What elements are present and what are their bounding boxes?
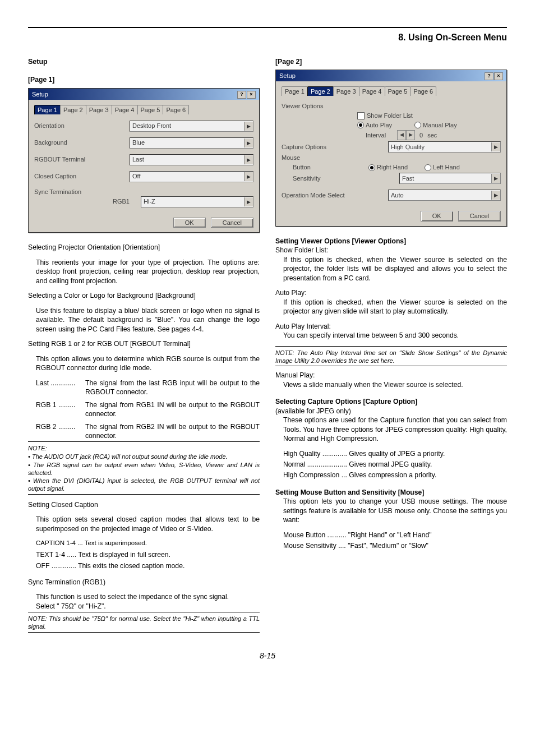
chevron-left-icon[interactable]: ◀ [397,130,406,140]
dialog-title: Setup [32,90,48,99]
sensitivity-combo[interactable]: Fast ▶ [399,173,501,184]
sync-value: Hi-Z [144,197,155,206]
api-note: NOTE: The Auto Play Interval time set on… [275,349,507,365]
show-folder-body: If this option is checked, when the View… [275,255,507,283]
note1-label: NOTE: [28,444,260,453]
tab-page5[interactable]: Page 5 [137,105,164,114]
capture-hc: High Compression ... Gives compression a… [275,471,507,480]
capture-hq: High Quality ............. Gives quality… [275,449,507,458]
cancel-button[interactable]: Cancel [211,218,253,228]
opmode-combo[interactable]: Auto ▶ [388,190,501,201]
cancel-button[interactable]: Cancel [458,211,501,222]
chevron-right-icon[interactable]: ▶ [244,197,253,206]
sync-body: This function is used to select the impe… [28,592,260,601]
tab-page1[interactable]: Page 1 [282,86,308,96]
ok-button[interactable]: OK [421,211,453,222]
background-body: Use this feature to display a blue/ blac… [28,306,260,334]
page-number: 8-15 [28,651,507,661]
chevron-right-icon[interactable]: ▶ [491,191,500,200]
note1-bullet3: • When the DVI (DIGITAL) input is select… [28,477,260,493]
show-folder-heading: Show Folder List: [275,246,507,255]
sync-select: Select " 75Ω" or "Hi-Z". [28,602,260,611]
tab-page3[interactable]: Page 3 [86,105,112,114]
mouse-heading: Setting Mouse Button and Sensitivity [Mo… [275,488,507,497]
capture-value: High Quality [391,143,425,151]
tab-page3[interactable]: Page 3 [333,86,359,96]
help-icon[interactable]: ? [485,72,494,80]
interval-spinner[interactable]: ◀▶ [397,130,415,140]
rgb1-label: RGB 1 ......... [36,400,85,419]
header-rule [28,27,507,28]
ok-button[interactable]: OK [173,218,206,228]
setup-dialog-page1: Setup ?× Page 1Page 2Page 3Page 4Page 5P… [28,88,260,233]
setup-dialog-page2: Setup ?× Page 1Page 2Page 3Page 4Page 5P… [275,70,507,227]
cc-off-line: OFF ............. This exits the closed … [28,561,260,570]
interval-unit: sec [427,131,437,140]
mouse-sensitivity-line: Mouse Sensitivity .... "Fast", "Medium" … [275,541,507,550]
chevron-right-icon[interactable]: ▶ [244,122,253,131]
mouse-button-line: Mouse Button .......... "Right Hand" or … [275,531,507,540]
heading-page1: [Page 1] [28,75,260,84]
left-hand-label: Left Hand [433,163,460,172]
orientation-label: Orientation [34,122,130,130]
tab-page2[interactable]: Page 2 [307,86,334,96]
show-folder-checkbox[interactable] [357,112,365,119]
background-combo[interactable]: Blue ▶ [130,137,253,149]
capture-options-heading: Selecting Capture Options [Capture Optio… [275,397,507,406]
tab-page6[interactable]: Page 6 [163,105,189,114]
auto-play-interval-heading: Auto Play Interval: [275,322,507,331]
orientation-combo[interactable]: Desktop Front ▶ [130,121,253,132]
capture-combo[interactable]: High Quality ▶ [388,141,501,153]
chevron-right-icon[interactable]: ▶ [491,174,500,183]
left-column: Setup [Page 1] Setup ?× Page 1Page 2Page… [28,57,260,635]
tab-page1[interactable]: Page 1 [34,105,61,114]
sync-combo[interactable]: Hi-Z ▶ [141,196,253,208]
manual-play-heading: Manual Play: [275,371,507,380]
tab-page5[interactable]: Page 5 [385,86,411,96]
rgbout-combo[interactable]: Last ▶ [130,154,253,165]
chevron-right-icon[interactable]: ▶ [406,130,415,140]
sensitivity-value: Fast [402,174,414,183]
auto-play-radio[interactable] [357,122,364,128]
right-hand-radio[interactable] [368,164,375,171]
button-label: Button [282,163,368,172]
closed-caption-value: Off [132,172,140,181]
left-hand-radio[interactable] [425,164,431,171]
orientation-heading: Selecting Projector Orientation [Orienta… [28,243,260,252]
heading-page2: [Page 2] [275,57,507,66]
auto-play-heading: Auto Play: [275,288,507,297]
close-icon[interactable]: × [494,72,503,80]
sensitivity-label: Sensitivity [282,174,368,183]
cc-caption-line: CAPTION 1-4 ... Text is superimposed. [28,539,260,548]
cc-heading: Setting Closed Caption [28,500,260,509]
tab-page4[interactable]: Page 4 [112,105,138,114]
note2: NOTE: This should be "75Ω" for normal us… [28,615,260,631]
chevron-right-icon[interactable]: ▶ [244,139,253,147]
right-hand-label: Right Hand [377,163,408,172]
background-label: Background [34,139,130,147]
tab-page6[interactable]: Page 6 [410,86,436,96]
rgb1-desc: The signal from RGB1 IN will be output t… [85,400,260,419]
heading-setup: Setup [28,57,260,67]
dialog-title: Setup [279,72,296,80]
viewer-options-label: Viewer Options [282,102,323,110]
auto-play-label: Auto Play [366,121,392,130]
manual-play-label: Manual Play [423,121,457,130]
close-icon[interactable]: × [247,91,256,99]
mouse-label: Mouse [282,154,300,162]
tab-page2[interactable]: Page 2 [60,105,86,114]
rgbout-body: This option allows you to determine whic… [28,354,260,373]
tab-page4[interactable]: Page 4 [359,86,385,96]
chevron-right-icon[interactable]: ▶ [244,155,253,164]
capture-options-label: Capture Options [282,143,357,151]
divider [28,632,260,633]
chevron-right-icon[interactable]: ▶ [244,172,253,181]
chevron-right-icon[interactable]: ▶ [491,142,500,151]
sync-termination-label-1: Sync Termination [34,188,253,196]
closed-caption-combo[interactable]: Off ▶ [130,171,253,182]
manual-play-radio[interactable] [414,122,421,128]
capture-normal: Normal ..................... Gives norma… [275,460,507,469]
opmode-value: Auto [391,191,404,200]
help-icon[interactable]: ? [237,91,246,99]
cc-text-line: TEXT 1-4 ..... Text is displayed in full… [28,550,260,559]
